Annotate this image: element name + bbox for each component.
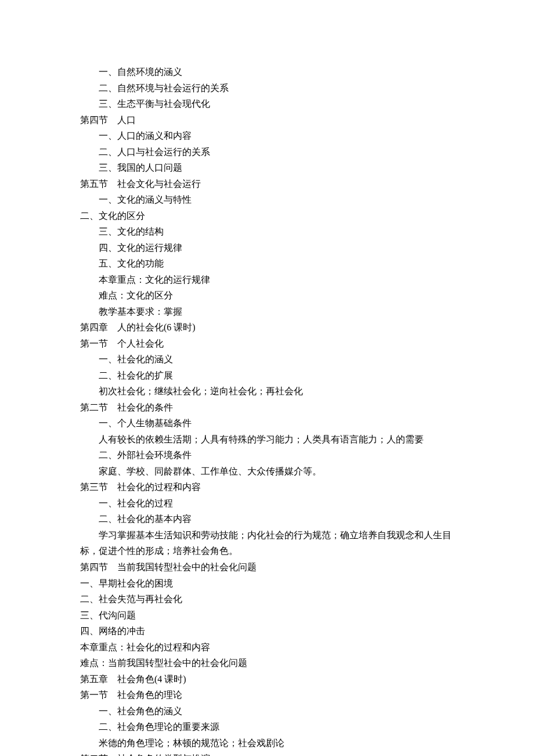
outline-line: 家庭、学校、同龄群体、工作单位、大众传播媒介等。 xyxy=(99,463,454,480)
outline-line: 人有较长的依赖生活期；人具有特殊的学习能力；人类具有语言能力；人的需要 xyxy=(99,431,454,448)
outline-line: 第四章 人的社会化(6 课时) xyxy=(80,319,454,336)
outline-line: 第一节 社会角色的理论 xyxy=(80,687,454,703)
outline-line: 第四节 当前我国转型社会中的社会化问题 xyxy=(80,559,454,575)
outline-line: 本章重点：社会化的过程和内容 xyxy=(80,639,454,656)
outline-line: 第二节 社会化的条件 xyxy=(80,399,454,416)
outline-line: 第五章 社会角色(4 课时) xyxy=(80,671,454,687)
outline-line: 教学基本要求：掌握 xyxy=(99,304,454,320)
outline-line: 一、早期社会化的困境 xyxy=(80,575,454,592)
outline-line: 四、网络的冲击 xyxy=(80,623,454,639)
outline-line: 二、社会失范与再社会化 xyxy=(80,591,454,607)
outline-line: 五、文化的功能 xyxy=(99,255,454,272)
outline-line: 二、文化的区分 xyxy=(80,208,454,224)
outline-line: 第一节 个人社会化 xyxy=(80,336,454,352)
outline-line: 一、社会角色的涵义 xyxy=(99,703,454,719)
outline-line: 初次社会化；继续社会化；逆向社会化；再社会化 xyxy=(99,383,454,399)
outline-line: 二、社会角色理论的重要来源 xyxy=(99,719,454,735)
outline-line: 三、生态平衡与社会现代化 xyxy=(99,96,454,112)
outline-line: 二、自然环境与社会运行的关系 xyxy=(99,80,454,96)
document-page: 一、自然环境的涵义二、自然环境与社会运行的关系三、生态平衡与社会现代化第四节 人… xyxy=(0,0,534,756)
outline-line: 一、自然环境的涵义 xyxy=(99,64,454,80)
outline-line: 四、文化的运行规律 xyxy=(99,240,454,256)
outline-line: 三、文化的结构 xyxy=(99,224,454,240)
outline-line: 二、人口与社会运行的关系 xyxy=(99,144,454,160)
outline-line: 难点：文化的区分 xyxy=(99,287,454,304)
outline-line: 一、个人生物基础条件 xyxy=(99,415,454,431)
outline-line: 一、文化的涵义与特性 xyxy=(99,192,454,208)
outline-line: 本章重点：文化的运行规律 xyxy=(99,272,454,288)
outline-line: 第五节 社会文化与社会运行 xyxy=(80,176,454,192)
outline-line: 第四节 人口 xyxy=(80,112,454,128)
outline-line: 二、社会化的扩展 xyxy=(99,368,454,384)
outline-line: 一、社会化的涵义 xyxy=(99,351,454,368)
outline-line: 标，促进个性的形成；培养社会角色。 xyxy=(80,543,454,559)
outline-line: 米德的角色理论；林顿的规范论；社会戏剧论 xyxy=(99,735,454,751)
outline-line: 难点：当前我国转型社会中的社会化问题 xyxy=(80,655,454,671)
outline-line: 二、社会化的基本内容 xyxy=(99,511,454,527)
outline-line: 二、外部社会环境条件 xyxy=(99,447,454,463)
outline-line: 一、人口的涵义和内容 xyxy=(99,128,454,144)
outline-line: 学习掌握基本生活知识和劳动技能；内化社会的行为规范；确立培养自我观念和人生目 xyxy=(99,527,454,543)
outline-line: 第二节 社会角色的类型与扮演 xyxy=(80,751,454,756)
outline-line: 第三节 社会化的过程和内容 xyxy=(80,479,454,495)
outline-line: 一、社会化的过程 xyxy=(99,495,454,512)
outline-line: 三、我国的人口问题 xyxy=(99,160,454,176)
outline-line: 三、代沟问题 xyxy=(80,607,454,624)
